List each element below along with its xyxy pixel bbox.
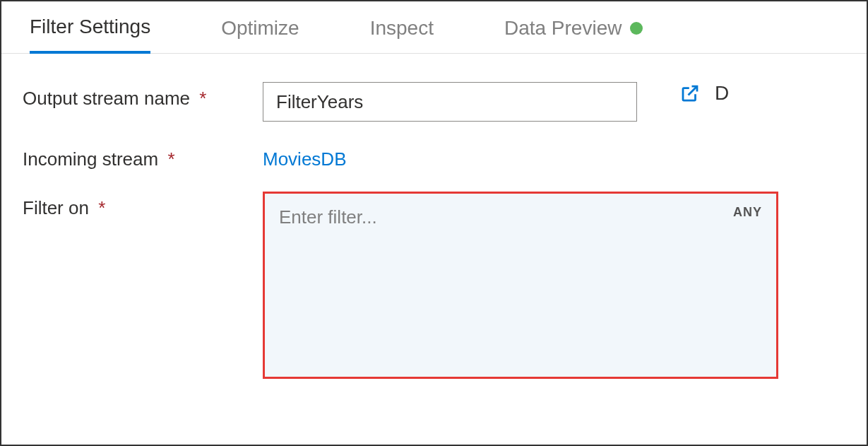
tab-data-preview-label: Data Preview xyxy=(504,17,622,40)
required-asterisk-icon: * xyxy=(98,197,105,218)
filter-on-label: Filter on * xyxy=(23,192,263,219)
incoming-stream-row: Incoming stream * MoviesDB xyxy=(23,143,845,170)
output-stream-label: Output stream name * xyxy=(23,82,263,110)
filter-settings-panel: Output stream name * D Incoming stream *… xyxy=(1,54,867,428)
tab-inspect[interactable]: Inspect xyxy=(370,17,434,52)
output-stream-label-text: Output stream name xyxy=(23,88,190,109)
incoming-stream-label-text: Incoming stream xyxy=(23,148,158,170)
open-external-icon[interactable] xyxy=(679,83,701,104)
filter-expression-input[interactable]: Enter filter... ANY xyxy=(263,192,778,379)
truncated-label: D xyxy=(715,82,729,105)
output-stream-right-controls: D xyxy=(679,82,729,105)
tab-bar: Filter Settings Optimize Inspect Data Pr… xyxy=(1,1,867,54)
incoming-stream-link[interactable]: MoviesDB xyxy=(263,143,346,170)
status-indicator-icon xyxy=(630,22,643,35)
filter-on-label-text: Filter on xyxy=(23,197,89,218)
filter-type-badge: ANY xyxy=(733,205,762,220)
filter-on-row: Filter on * Enter filter... ANY xyxy=(23,192,845,379)
tab-filter-settings[interactable]: Filter Settings xyxy=(30,16,150,54)
tab-data-preview[interactable]: Data Preview xyxy=(504,17,643,52)
output-stream-input[interactable] xyxy=(263,82,637,122)
incoming-stream-label: Incoming stream * xyxy=(23,143,263,170)
required-asterisk-icon: * xyxy=(167,148,174,170)
required-asterisk-icon: * xyxy=(199,88,206,109)
output-stream-row: Output stream name * D xyxy=(23,82,845,122)
tab-optimize[interactable]: Optimize xyxy=(221,17,299,52)
filter-placeholder-text: Enter filter... xyxy=(279,206,377,228)
